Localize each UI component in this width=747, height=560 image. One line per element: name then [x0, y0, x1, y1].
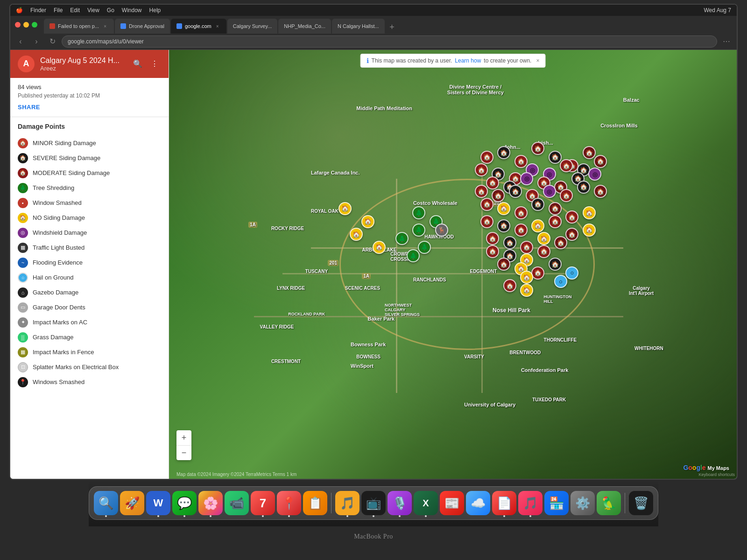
marker-r23[interactable]: 🏠: [537, 245, 550, 258]
legend-grass-damage[interactable]: ▒ Grass Damage: [18, 330, 161, 345]
dock-reminders[interactable]: 📋: [303, 491, 327, 515]
legend-hail[interactable]: ○ Hail on Ground: [18, 270, 161, 285]
close-btn[interactable]: [15, 22, 21, 28]
marker-r9[interactable]: 🏠: [497, 219, 510, 232]
legend-gazebo[interactable]: ⌂ Gazebo Damage: [18, 285, 161, 300]
marker-2[interactable]: 🏠: [497, 146, 510, 159]
marker-22[interactable]: ◎: [588, 168, 601, 181]
dock-excel[interactable]: X: [414, 491, 438, 515]
legend-splatter[interactable]: ⊡ Splatter Marks on Electrical Box: [18, 360, 161, 375]
marker-18[interactable]: ◎: [520, 172, 533, 185]
legend-window-smashed[interactable]: ▪ Window Smashed: [18, 196, 161, 210]
refresh-button[interactable]: ↻: [46, 35, 59, 48]
dock-news[interactable]: 📰: [440, 491, 464, 515]
tab-google[interactable]: google.com ×: [171, 19, 226, 34]
marker-24[interactable]: 🏠: [492, 189, 505, 202]
banner-link[interactable]: Learn how: [455, 57, 481, 64]
marker-8[interactable]: 🏠: [475, 163, 488, 176]
marker-4[interactable]: 🏠: [531, 142, 544, 155]
dock-launchpad[interactable]: 🚀: [120, 491, 144, 515]
legend-flooding[interactable]: ~ Flooding Evidence: [18, 255, 161, 270]
marker-r26[interactable]: 🏠: [531, 266, 544, 280]
marker-green-3[interactable]: 🌲: [412, 224, 425, 237]
marker-r4[interactable]: 🏠: [531, 198, 544, 211]
dock-podcasts[interactable]: 🎙️: [388, 491, 412, 515]
marker-13[interactable]: 🏠: [560, 159, 573, 172]
marker-blue-2[interactable]: ○: [554, 275, 567, 288]
dock-trash[interactable]: 🗑️: [629, 491, 653, 515]
marker-r2[interactable]: 🏠: [497, 202, 510, 215]
address-input[interactable]: google.com/maps/d/u/0/viewer: [62, 35, 717, 48]
marker-27[interactable]: ◎: [543, 185, 556, 198]
topbar-help[interactable]: Help: [149, 7, 161, 14]
legend-windows-smashed[interactable]: 📍 Windows Smashed: [18, 375, 161, 390]
zoom-in-button[interactable]: +: [176, 430, 191, 445]
dock-finder[interactable]: 🔍: [94, 491, 118, 515]
legend-impact-ac[interactable]: ✦ Impact Marks on AC: [18, 315, 161, 330]
marker-r11[interactable]: 🏠: [531, 219, 544, 232]
marker-yellow-2[interactable]: 🏠: [361, 215, 374, 228]
dock-music[interactable]: 🎵: [335, 491, 359, 515]
marker-r20[interactable]: 🏠: [486, 245, 499, 258]
tab-failed[interactable]: Failed to open p... ×: [44, 19, 114, 34]
marker-r8[interactable]: 🏠: [480, 215, 493, 228]
share-button[interactable]: SHARE: [18, 104, 40, 111]
marker-r18[interactable]: 🏠: [537, 232, 550, 245]
dock-facetime[interactable]: 📹: [225, 491, 249, 515]
marker-r6[interactable]: 🏠: [565, 210, 578, 224]
legend-windshield[interactable]: ◎ Windshield Damage: [18, 225, 161, 240]
dock-messages[interactable]: 💬: [172, 491, 197, 515]
marker-1[interactable]: 🏠: [480, 151, 493, 164]
extensions-button[interactable]: ⋯: [720, 35, 733, 48]
dock-calendar[interactable]: 7: [251, 491, 275, 515]
marker-r28[interactable]: 🏠: [520, 271, 533, 284]
marker-r3[interactable]: 🏠: [514, 206, 528, 219]
tab-ncalgary[interactable]: N Calgary Hallst...: [332, 19, 385, 34]
legend-tree-shredding[interactable]: 🌲 Tree Shredding: [18, 181, 161, 196]
marker-r13[interactable]: 🏠: [565, 228, 578, 241]
marker-7[interactable]: 🏠: [583, 146, 596, 159]
marker-30[interactable]: 🏠: [594, 185, 607, 198]
marker-25[interactable]: 🏠: [509, 185, 522, 198]
back-button[interactable]: ‹: [14, 35, 27, 48]
marker-green-1[interactable]: 🌲: [412, 206, 425, 219]
legend-garage-door[interactable]: ▭ Garage Door Dents: [18, 300, 161, 315]
marker-28[interactable]: 🏠: [560, 189, 573, 202]
marker-green-5[interactable]: 🌲: [418, 241, 431, 254]
marker-yellow-4[interactable]: 🏠: [373, 241, 386, 254]
marker-5[interactable]: 🏠: [549, 151, 562, 164]
tab-close-google[interactable]: ×: [214, 23, 221, 29]
topbar-edit[interactable]: Edit: [70, 7, 80, 14]
banner-close[interactable]: ×: [536, 57, 539, 64]
marker-r1[interactable]: 🏠: [480, 198, 493, 211]
marker-blue-1[interactable]: ○: [565, 266, 578, 280]
map-area[interactable]: ℹ This map was created by a user. Learn …: [169, 50, 737, 479]
dock-photos[interactable]: 🌸: [198, 491, 223, 515]
zoom-out-button[interactable]: −: [176, 445, 191, 460]
topbar-go[interactable]: Go: [107, 7, 114, 14]
marker-r16[interactable]: 🏠: [503, 236, 516, 249]
search-icon[interactable]: 🔍: [131, 57, 144, 70]
dock-cyberlink[interactable]: 🦜: [597, 491, 621, 515]
marker-green-6[interactable]: 🌲: [407, 249, 420, 262]
legend-moderate-siding[interactable]: 🏠 MODERATE Siding Damage: [18, 166, 161, 181]
marker-r10[interactable]: 🏠: [514, 224, 528, 237]
legend-severe-siding[interactable]: 🏠 SEVERE Siding Damage: [18, 151, 161, 166]
dock-maps[interactable]: 📍: [277, 491, 301, 515]
legend-traffic-light[interactable]: ▦ Traffic Light Busted: [18, 240, 161, 255]
dock-pdf[interactable]: 📄: [492, 491, 516, 515]
marker-r5[interactable]: 🏠: [549, 202, 562, 215]
new-tab-button[interactable]: +: [386, 21, 399, 34]
menu-icon[interactable]: ⋮: [148, 57, 161, 70]
topbar-window[interactable]: Window: [122, 7, 142, 14]
legend-impact-fence[interactable]: ▦ Impact Marks in Fence: [18, 345, 161, 360]
topbar-finder[interactable]: Finder: [30, 7, 46, 14]
marker-r17[interactable]: 🏠: [520, 241, 533, 254]
tab-close-failed[interactable]: ×: [102, 23, 108, 29]
marker-yellow-1[interactable]: 🏠: [338, 202, 352, 215]
minimize-btn[interactable]: [23, 22, 29, 28]
marker-r7[interactable]: 🏠: [583, 206, 596, 219]
forward-button[interactable]: ›: [30, 35, 43, 48]
tab-drone[interactable]: Drone Approval: [115, 19, 170, 34]
dock-appstore[interactable]: 🏪: [544, 491, 569, 515]
